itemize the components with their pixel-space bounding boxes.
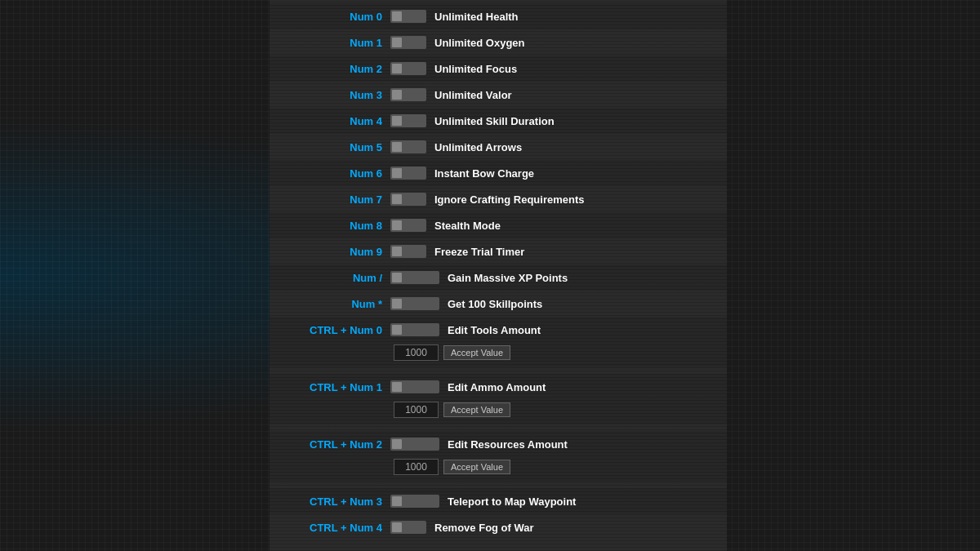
- toggle-switch[interactable]: [390, 245, 426, 258]
- toggle-switch[interactable]: [390, 193, 426, 206]
- cheat-list: Num 0Unlimited HealthNum 1Unlimited Oxyg…: [270, 0, 727, 544]
- key-label: Num 2: [276, 63, 382, 75]
- toggle-switch[interactable]: [390, 495, 439, 508]
- toggle-switch[interactable]: [390, 380, 439, 393]
- table-row: CTRL + Num 4Remove Fog of War: [270, 514, 727, 540]
- toggle-switch[interactable]: [390, 36, 426, 49]
- main-panel: Num 0Unlimited HealthNum 1Unlimited Oxyg…: [270, 0, 727, 551]
- table-row: Num 5Unlimited Arrows: [270, 134, 727, 160]
- cheat-name: Unlimited Valor: [434, 89, 720, 101]
- cheat-name: Ignore Crafting Requirements: [434, 193, 720, 206]
- toggle-switch[interactable]: [390, 521, 426, 534]
- table-row: Num 4Unlimited Skill Duration: [270, 108, 727, 134]
- spacer: [270, 482, 727, 488]
- key-label: Num 7: [276, 193, 382, 206]
- table-row: Num 2Unlimited Focus: [270, 56, 727, 82]
- value-input[interactable]: [394, 402, 439, 418]
- cheat-name: Stealth Mode: [434, 220, 720, 232]
- table-row: Num 0Unlimited Health: [270, 3, 727, 29]
- toggle-switch[interactable]: [390, 10, 426, 23]
- table-row: Num /Gain Massive XP Points: [270, 264, 727, 291]
- toggle-switch[interactable]: [390, 140, 426, 153]
- table-row: Num 1Unlimited Oxygen: [270, 29, 727, 56]
- cheat-name: Edit Resources Amount: [448, 438, 720, 451]
- toggle-switch[interactable]: [390, 297, 439, 310]
- accept-value-button[interactable]: Accept Value: [443, 460, 510, 474]
- toggle-switch[interactable]: [390, 88, 426, 101]
- cheat-name: Remove Fog of War: [434, 522, 720, 534]
- value-input[interactable]: [394, 344, 439, 361]
- input-row: Accept Value: [276, 344, 720, 361]
- toggle-switch[interactable]: [390, 114, 426, 127]
- cheat-name: Instant Bow Charge: [434, 167, 720, 180]
- key-label: Num 3: [276, 89, 382, 101]
- key-label: Num 1: [276, 37, 382, 49]
- table-row: CTRL + Num 1Edit Ammo AmountAccept Value: [270, 374, 727, 424]
- key-label: CTRL + Num 4: [276, 522, 382, 534]
- spacer: [270, 367, 727, 374]
- table-row: Num 3Unlimited Valor: [270, 82, 727, 108]
- toggle-switch[interactable]: [390, 323, 439, 336]
- toggle-switch[interactable]: [390, 167, 426, 180]
- spacer: [270, 424, 727, 431]
- key-label: Num 5: [276, 141, 382, 153]
- toggle-switch[interactable]: [390, 62, 426, 75]
- accept-value-button[interactable]: Accept Value: [443, 402, 510, 417]
- cheat-name: Unlimited Oxygen: [434, 37, 720, 49]
- table-row: Num 6Instant Bow Charge: [270, 160, 727, 186]
- cheat-name: Get 100 Skillpoints: [448, 298, 720, 310]
- table-row: Num 8Stealth Mode: [270, 212, 727, 238]
- toggle-switch[interactable]: [390, 438, 439, 451]
- key-label: Num /: [276, 272, 382, 284]
- table-row: CTRL + Num 2Edit Resources AmountAccept …: [270, 431, 727, 482]
- key-label: Num 0: [276, 11, 382, 23]
- input-row: Accept Value: [276, 402, 720, 418]
- table-row: Num 9Freeze Trial Timer: [270, 238, 727, 264]
- key-label: CTRL + Num 1: [276, 381, 382, 393]
- cheat-name: Edit Tools Amount: [448, 324, 720, 336]
- key-label: Num 8: [276, 220, 382, 232]
- toggle-switch[interactable]: [390, 271, 439, 284]
- table-row: Num *Get 100 Skillpoints: [270, 291, 727, 317]
- input-row: Accept Value: [276, 459, 720, 475]
- cheat-name: Edit Ammo Amount: [448, 381, 720, 393]
- cheat-name: Teleport to Map Waypoint: [448, 495, 720, 508]
- key-label: Num *: [276, 298, 382, 310]
- toggle-switch[interactable]: [390, 219, 426, 232]
- table-row: CTRL + Num 0Edit Tools AmountAccept Valu…: [270, 317, 727, 367]
- cheat-name: Freeze Trial Timer: [434, 246, 720, 258]
- value-input[interactable]: [394, 459, 439, 475]
- cheat-name: Unlimited Skill Duration: [434, 115, 720, 127]
- key-label: Num 6: [276, 167, 382, 180]
- cheat-name: Gain Massive XP Points: [448, 272, 720, 284]
- key-label: CTRL + Num 3: [276, 495, 382, 508]
- cheat-name: Unlimited Health: [434, 11, 720, 23]
- key-label: Num 9: [276, 246, 382, 258]
- cheat-name: Unlimited Focus: [434, 63, 720, 75]
- key-label: Num 4: [276, 115, 382, 127]
- cheat-name: Unlimited Arrows: [434, 141, 720, 153]
- key-label: CTRL + Num 0: [276, 324, 382, 336]
- accept-value-button[interactable]: Accept Value: [443, 345, 510, 360]
- table-row: CTRL + Num 3Teleport to Map Waypoint: [270, 488, 727, 514]
- table-row: Num 7Ignore Crafting Requirements: [270, 186, 727, 212]
- key-label: CTRL + Num 2: [276, 438, 382, 451]
